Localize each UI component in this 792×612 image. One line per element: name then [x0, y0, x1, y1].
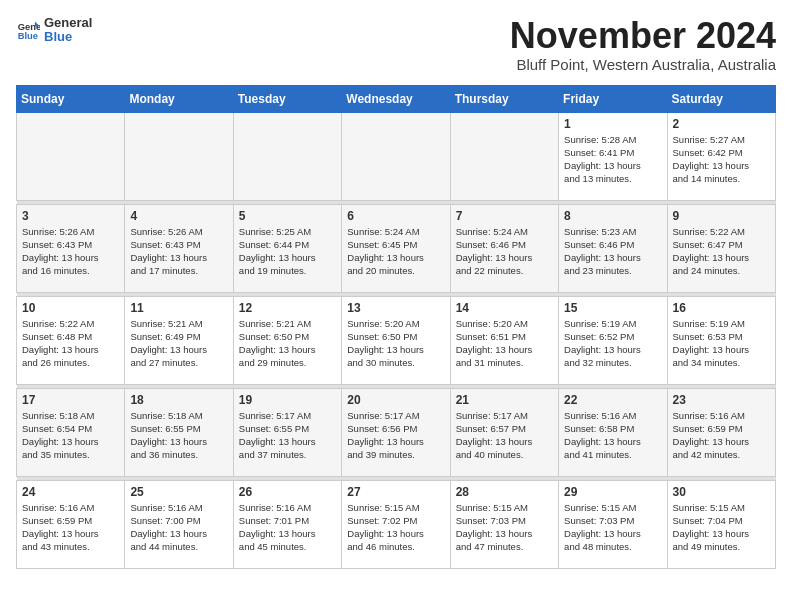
day-number: 3 — [22, 209, 119, 223]
calendar-cell: 26Sunrise: 5:16 AM Sunset: 7:01 PM Dayli… — [233, 480, 341, 568]
logo-general: General — [44, 16, 92, 30]
day-info: Sunrise: 5:24 AM Sunset: 6:46 PM Dayligh… — [456, 225, 553, 278]
day-info: Sunrise: 5:22 AM Sunset: 6:47 PM Dayligh… — [673, 225, 770, 278]
calendar-cell — [125, 112, 233, 200]
calendar-cell — [342, 112, 450, 200]
day-number: 20 — [347, 393, 444, 407]
day-info: Sunrise: 5:25 AM Sunset: 6:44 PM Dayligh… — [239, 225, 336, 278]
weekday-header-sunday: Sunday — [17, 85, 125, 112]
logo-wordmark: General Blue — [44, 16, 92, 45]
day-info: Sunrise: 5:19 AM Sunset: 6:53 PM Dayligh… — [673, 317, 770, 370]
calendar-cell: 3Sunrise: 5:26 AM Sunset: 6:43 PM Daylig… — [17, 204, 125, 292]
day-number: 19 — [239, 393, 336, 407]
day-info: Sunrise: 5:17 AM Sunset: 6:57 PM Dayligh… — [456, 409, 553, 462]
calendar-cell: 1Sunrise: 5:28 AM Sunset: 6:41 PM Daylig… — [559, 112, 667, 200]
calendar-cell: 4Sunrise: 5:26 AM Sunset: 6:43 PM Daylig… — [125, 204, 233, 292]
day-info: Sunrise: 5:23 AM Sunset: 6:46 PM Dayligh… — [564, 225, 661, 278]
week-row-1: 1Sunrise: 5:28 AM Sunset: 6:41 PM Daylig… — [17, 112, 776, 200]
weekday-header-saturday: Saturday — [667, 85, 775, 112]
calendar-cell: 22Sunrise: 5:16 AM Sunset: 6:58 PM Dayli… — [559, 388, 667, 476]
day-info: Sunrise: 5:17 AM Sunset: 6:55 PM Dayligh… — [239, 409, 336, 462]
month-title: November 2024 — [510, 16, 776, 56]
day-number: 11 — [130, 301, 227, 315]
day-info: Sunrise: 5:20 AM Sunset: 6:51 PM Dayligh… — [456, 317, 553, 370]
calendar-cell: 21Sunrise: 5:17 AM Sunset: 6:57 PM Dayli… — [450, 388, 558, 476]
day-info: Sunrise: 5:16 AM Sunset: 6:59 PM Dayligh… — [673, 409, 770, 462]
calendar-cell: 23Sunrise: 5:16 AM Sunset: 6:59 PM Dayli… — [667, 388, 775, 476]
calendar-table: SundayMondayTuesdayWednesdayThursdayFrid… — [16, 85, 776, 569]
day-info: Sunrise: 5:21 AM Sunset: 6:49 PM Dayligh… — [130, 317, 227, 370]
week-row-5: 24Sunrise: 5:16 AM Sunset: 6:59 PM Dayli… — [17, 480, 776, 568]
day-number: 24 — [22, 485, 119, 499]
calendar-cell: 9Sunrise: 5:22 AM Sunset: 6:47 PM Daylig… — [667, 204, 775, 292]
day-info: Sunrise: 5:15 AM Sunset: 7:02 PM Dayligh… — [347, 501, 444, 554]
day-info: Sunrise: 5:16 AM Sunset: 6:58 PM Dayligh… — [564, 409, 661, 462]
calendar-cell: 24Sunrise: 5:16 AM Sunset: 6:59 PM Dayli… — [17, 480, 125, 568]
day-number: 22 — [564, 393, 661, 407]
day-number: 14 — [456, 301, 553, 315]
day-number: 18 — [130, 393, 227, 407]
day-info: Sunrise: 5:16 AM Sunset: 7:00 PM Dayligh… — [130, 501, 227, 554]
calendar-cell: 14Sunrise: 5:20 AM Sunset: 6:51 PM Dayli… — [450, 296, 558, 384]
day-info: Sunrise: 5:27 AM Sunset: 6:42 PM Dayligh… — [673, 133, 770, 186]
calendar-cell: 6Sunrise: 5:24 AM Sunset: 6:45 PM Daylig… — [342, 204, 450, 292]
weekday-header-row: SundayMondayTuesdayWednesdayThursdayFrid… — [17, 85, 776, 112]
day-info: Sunrise: 5:20 AM Sunset: 6:50 PM Dayligh… — [347, 317, 444, 370]
calendar-cell: 11Sunrise: 5:21 AM Sunset: 6:49 PM Dayli… — [125, 296, 233, 384]
logo-blue: Blue — [44, 30, 92, 44]
day-number: 23 — [673, 393, 770, 407]
day-info: Sunrise: 5:15 AM Sunset: 7:03 PM Dayligh… — [564, 501, 661, 554]
week-row-3: 10Sunrise: 5:22 AM Sunset: 6:48 PM Dayli… — [17, 296, 776, 384]
calendar-cell: 25Sunrise: 5:16 AM Sunset: 7:00 PM Dayli… — [125, 480, 233, 568]
calendar-cell: 19Sunrise: 5:17 AM Sunset: 6:55 PM Dayli… — [233, 388, 341, 476]
calendar-cell: 5Sunrise: 5:25 AM Sunset: 6:44 PM Daylig… — [233, 204, 341, 292]
day-info: Sunrise: 5:17 AM Sunset: 6:56 PM Dayligh… — [347, 409, 444, 462]
calendar-cell — [17, 112, 125, 200]
day-number: 15 — [564, 301, 661, 315]
day-info: Sunrise: 5:18 AM Sunset: 6:54 PM Dayligh… — [22, 409, 119, 462]
calendar-cell: 20Sunrise: 5:17 AM Sunset: 6:56 PM Dayli… — [342, 388, 450, 476]
calendar-cell — [450, 112, 558, 200]
day-number: 17 — [22, 393, 119, 407]
calendar-cell: 29Sunrise: 5:15 AM Sunset: 7:03 PM Dayli… — [559, 480, 667, 568]
day-number: 7 — [456, 209, 553, 223]
day-number: 26 — [239, 485, 336, 499]
day-info: Sunrise: 5:15 AM Sunset: 7:03 PM Dayligh… — [456, 501, 553, 554]
weekday-header-friday: Friday — [559, 85, 667, 112]
calendar-cell: 30Sunrise: 5:15 AM Sunset: 7:04 PM Dayli… — [667, 480, 775, 568]
day-info: Sunrise: 5:28 AM Sunset: 6:41 PM Dayligh… — [564, 133, 661, 186]
weekday-header-tuesday: Tuesday — [233, 85, 341, 112]
day-info: Sunrise: 5:18 AM Sunset: 6:55 PM Dayligh… — [130, 409, 227, 462]
calendar-cell: 8Sunrise: 5:23 AM Sunset: 6:46 PM Daylig… — [559, 204, 667, 292]
day-info: Sunrise: 5:16 AM Sunset: 7:01 PM Dayligh… — [239, 501, 336, 554]
calendar-cell: 16Sunrise: 5:19 AM Sunset: 6:53 PM Dayli… — [667, 296, 775, 384]
day-number: 16 — [673, 301, 770, 315]
logo-icon: General Blue — [16, 18, 40, 42]
calendar-cell: 28Sunrise: 5:15 AM Sunset: 7:03 PM Dayli… — [450, 480, 558, 568]
calendar-cell: 10Sunrise: 5:22 AM Sunset: 6:48 PM Dayli… — [17, 296, 125, 384]
day-number: 29 — [564, 485, 661, 499]
week-row-4: 17Sunrise: 5:18 AM Sunset: 6:54 PM Dayli… — [17, 388, 776, 476]
location-subtitle: Bluff Point, Western Australia, Australi… — [510, 56, 776, 73]
day-number: 12 — [239, 301, 336, 315]
weekday-header-wednesday: Wednesday — [342, 85, 450, 112]
day-number: 4 — [130, 209, 227, 223]
day-info: Sunrise: 5:21 AM Sunset: 6:50 PM Dayligh… — [239, 317, 336, 370]
calendar-cell: 2Sunrise: 5:27 AM Sunset: 6:42 PM Daylig… — [667, 112, 775, 200]
day-info: Sunrise: 5:26 AM Sunset: 6:43 PM Dayligh… — [130, 225, 227, 278]
header: General Blue General Blue November 2024 … — [16, 16, 776, 73]
calendar-cell: 12Sunrise: 5:21 AM Sunset: 6:50 PM Dayli… — [233, 296, 341, 384]
day-number: 21 — [456, 393, 553, 407]
calendar-cell: 17Sunrise: 5:18 AM Sunset: 6:54 PM Dayli… — [17, 388, 125, 476]
calendar-cell: 13Sunrise: 5:20 AM Sunset: 6:50 PM Dayli… — [342, 296, 450, 384]
day-number: 30 — [673, 485, 770, 499]
day-number: 1 — [564, 117, 661, 131]
day-info: Sunrise: 5:24 AM Sunset: 6:45 PM Dayligh… — [347, 225, 444, 278]
day-number: 25 — [130, 485, 227, 499]
week-row-2: 3Sunrise: 5:26 AM Sunset: 6:43 PM Daylig… — [17, 204, 776, 292]
day-number: 10 — [22, 301, 119, 315]
day-number: 6 — [347, 209, 444, 223]
calendar-cell — [233, 112, 341, 200]
weekday-header-monday: Monday — [125, 85, 233, 112]
day-info: Sunrise: 5:26 AM Sunset: 6:43 PM Dayligh… — [22, 225, 119, 278]
